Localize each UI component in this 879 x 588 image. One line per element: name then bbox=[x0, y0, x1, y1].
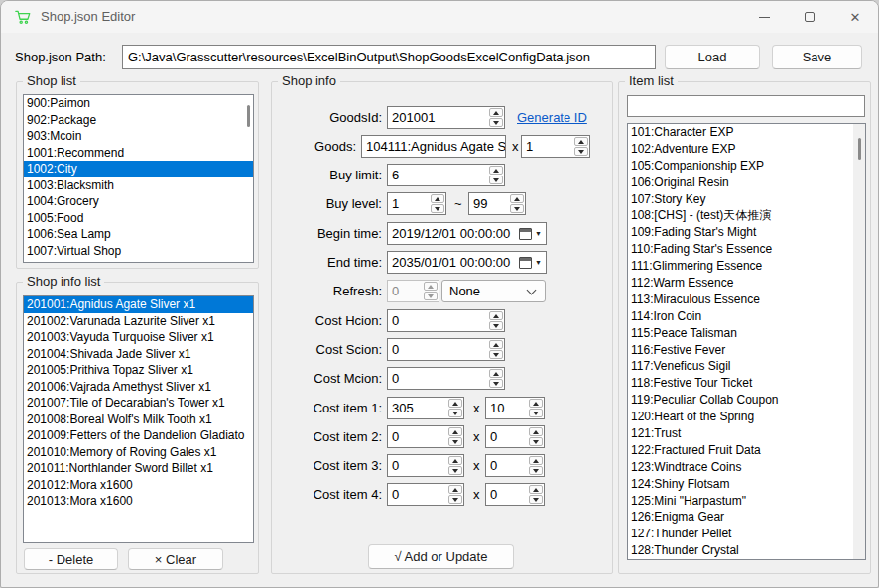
list-item[interactable]: 108:[CHS] - (test)天体推演 bbox=[628, 207, 865, 224]
delete-button[interactable]: - Delete bbox=[24, 548, 118, 570]
cost-item-1-count-spin-buttons[interactable] bbox=[528, 398, 544, 418]
cost-mcion-spinner[interactable]: 0 bbox=[387, 367, 505, 390]
list-item[interactable]: 1002:City bbox=[24, 161, 253, 177]
begin-time-picker[interactable]: 2019/12/01 00:00:00 ▼ bbox=[387, 222, 547, 245]
cost-item-2-id-spinner[interactable]: 0 bbox=[387, 425, 464, 448]
list-item[interactable]: 201005:Prithiva Topaz Sliver x1 bbox=[24, 362, 253, 379]
save-button[interactable]: Save bbox=[772, 45, 862, 69]
cost-hcion-spinner[interactable]: 0 bbox=[387, 309, 505, 332]
list-item[interactable]: 1003:Blacksmith bbox=[24, 177, 253, 194]
list-item[interactable]: 201011:Northlander Sword Billet x1 bbox=[24, 460, 253, 477]
buy-limit-spin-buttons[interactable] bbox=[488, 165, 504, 185]
cost-item-3-id-spinner[interactable]: 0 bbox=[387, 454, 464, 477]
cost-item-2-id-spin-buttons[interactable] bbox=[447, 426, 463, 447]
list-item[interactable]: 116:Festive Fever bbox=[628, 342, 865, 359]
cost-item-1-id-spinner[interactable]: 305 bbox=[387, 397, 464, 419]
list-item[interactable]: 201009:Fetters of the Dandelion Gladiato bbox=[24, 427, 253, 444]
buy-level-min-spin-buttons[interactable] bbox=[430, 193, 445, 214]
shop-listbox[interactable]: 900:Paimon902:Package903:Mcoin1001:Recom… bbox=[23, 94, 254, 263]
list-item[interactable]: 201004:Shivada Jade Sliver x1 bbox=[24, 346, 253, 363]
list-item[interactable]: 115:Peace Talisman bbox=[628, 325, 865, 342]
shop-list-scrollbar-thumb[interactable] bbox=[247, 105, 250, 127]
maximize-button[interactable] bbox=[787, 1, 832, 33]
shop-info-listbox[interactable]: 201001:Agnidus Agate Sliver x1201002:Var… bbox=[23, 295, 254, 543]
list-item[interactable]: 102:Adventure EXP bbox=[628, 141, 865, 158]
list-item[interactable]: 201008:Boreal Wolf's Milk Tooth x1 bbox=[24, 412, 253, 428]
list-item[interactable]: 1007:Virtual Shop bbox=[24, 243, 253, 260]
item-search-input[interactable] bbox=[627, 95, 865, 117]
list-item[interactable]: 1006:Sea Lamp bbox=[24, 226, 253, 243]
list-item[interactable]: 1004:Grocery bbox=[24, 193, 253, 210]
cost-item-4-id-spinner[interactable]: 0 bbox=[387, 483, 464, 506]
list-item[interactable]: 112:Warm Essence bbox=[628, 275, 865, 292]
list-item[interactable]: 119:Peculiar Collab Coupon bbox=[628, 392, 865, 409]
list-item[interactable]: 125:Mini "Harpastum" bbox=[628, 493, 865, 510]
list-item[interactable]: 124:Shiny Flotsam bbox=[628, 476, 865, 493]
clear-button[interactable]: × Clear bbox=[128, 548, 223, 570]
list-item[interactable]: 1001:Recommend bbox=[24, 145, 253, 162]
cost-item-3-id-spin-buttons[interactable] bbox=[447, 455, 463, 476]
list-item[interactable]: 127:Thunder Pellet bbox=[628, 526, 865, 542]
list-item[interactable]: 101:Character EXP bbox=[628, 124, 865, 141]
list-item[interactable]: 201001:Agnidus Agate Sliver x1 bbox=[24, 296, 253, 313]
list-item[interactable]: 201002:Varunada Lazurite Sliver x1 bbox=[24, 313, 253, 330]
buy-level-max-spinner[interactable]: 99 bbox=[468, 192, 526, 215]
add-or-update-button[interactable]: √ Add or Update bbox=[368, 544, 514, 569]
list-item[interactable]: 201013:Mora x1600 bbox=[24, 493, 253, 510]
minimize-button[interactable] bbox=[741, 1, 787, 33]
cost-item-1-id-spin-buttons[interactable] bbox=[447, 398, 463, 418]
list-item[interactable]: 105:Companionship EXP bbox=[628, 158, 865, 175]
cost-scion-spin-buttons[interactable] bbox=[488, 339, 504, 360]
list-item[interactable]: 903:Mcoin bbox=[24, 128, 253, 145]
list-item[interactable]: 201007:Tile of Decarabian's Tower x1 bbox=[24, 395, 253, 412]
goods-id-spinner[interactable]: 201001 bbox=[387, 106, 505, 129]
list-item[interactable]: 109:Fading Star's Might bbox=[628, 224, 865, 241]
list-item[interactable]: 114:Iron Coin bbox=[628, 308, 865, 325]
cost-item-2-count-spinner[interactable]: 0 bbox=[485, 425, 545, 448]
list-item[interactable]: 201012:Mora x1600 bbox=[24, 477, 253, 494]
list-item[interactable]: 122:Fractured Fruit Data bbox=[628, 442, 865, 459]
list-item[interactable]: 110:Fading Star's Essence bbox=[628, 241, 865, 258]
goods-count-spinner[interactable]: 1 bbox=[521, 135, 590, 158]
list-item[interactable]: 113:Miraculous Essence bbox=[628, 292, 865, 308]
list-item[interactable]: 121:Trust bbox=[628, 425, 865, 442]
list-item[interactable]: 128:Thunder Crystal bbox=[628, 542, 865, 559]
goods-value-box[interactable]: 104111:Agnidus Agate S bbox=[361, 135, 506, 158]
generate-id-link[interactable]: Generate ID bbox=[517, 110, 587, 125]
path-input[interactable] bbox=[122, 45, 656, 69]
cost-mcion-spin-buttons[interactable] bbox=[488, 368, 504, 389]
item-list-scrollbar[interactable] bbox=[853, 124, 865, 559]
list-item[interactable]: 126:Enigma Gear bbox=[628, 509, 865, 526]
list-item[interactable]: 117:Veneficus Sigil bbox=[628, 358, 865, 375]
list-item[interactable]: 1005:Food bbox=[24, 210, 253, 227]
end-time-picker[interactable]: 2035/01/01 00:00:00 ▼ bbox=[387, 251, 547, 274]
buy-level-max-spin-buttons[interactable] bbox=[509, 193, 525, 214]
list-item[interactable]: 123:Windtrace Coins bbox=[628, 459, 865, 476]
cost-item-3-count-spinner[interactable]: 0 bbox=[485, 454, 545, 477]
load-button[interactable]: Load bbox=[665, 45, 760, 69]
list-item[interactable]: 902:Package bbox=[24, 112, 253, 129]
list-item[interactable]: 107:Story Key bbox=[628, 191, 865, 208]
goods-count-spin-buttons[interactable] bbox=[573, 136, 589, 157]
list-item[interactable]: 900:Paimon bbox=[24, 95, 253, 112]
cost-hcion-spin-buttons[interactable] bbox=[488, 310, 504, 331]
cost-item-2-count-spin-buttons[interactable] bbox=[528, 426, 544, 447]
list-item[interactable]: 201003:Vayuda Turquoise Sliver x1 bbox=[24, 329, 253, 346]
cost-item-4-id-spin-buttons[interactable] bbox=[447, 484, 463, 505]
list-item[interactable]: 120:Heart of the Spring bbox=[628, 409, 865, 425]
close-button[interactable]: ✕ bbox=[832, 1, 878, 33]
buy-limit-spinner[interactable]: 6 bbox=[387, 164, 505, 186]
item-listbox[interactable]: 101:Character EXP102:Adventure EXP105:Co… bbox=[627, 123, 866, 560]
list-item[interactable]: 111:Glimmering Essence bbox=[628, 258, 865, 275]
item-list-scrollbar-thumb[interactable] bbox=[858, 138, 861, 160]
cost-item-1-count-spinner[interactable]: 10 bbox=[485, 397, 545, 419]
cost-item-3-count-spin-buttons[interactable] bbox=[528, 455, 544, 476]
cost-item-4-count-spinner[interactable]: 0 bbox=[485, 483, 545, 506]
goods-id-spin-buttons[interactable] bbox=[488, 107, 504, 128]
buy-level-min-spinner[interactable]: 1 bbox=[387, 192, 446, 215]
refresh-mode-combobox[interactable]: None bbox=[441, 280, 546, 302]
list-item[interactable]: 106:Original Resin bbox=[628, 175, 865, 191]
list-item[interactable]: 118:Festive Tour Ticket bbox=[628, 375, 865, 392]
cost-scion-spinner[interactable]: 0 bbox=[387, 338, 505, 361]
cost-item-4-count-spin-buttons[interactable] bbox=[528, 484, 544, 505]
